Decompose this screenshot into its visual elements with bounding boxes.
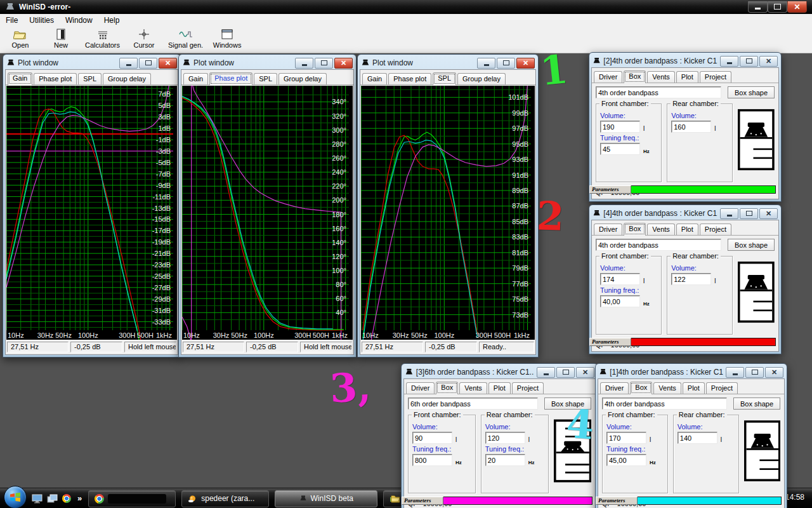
tab-driver[interactable]: Driver [406,382,435,394]
box-shape-button[interactable]: Box shape [733,398,780,410]
restore-button[interactable] [315,58,333,69]
plot-window-titlebar[interactable]: Plot window ✕ [360,57,536,69]
phase-plot-canvas[interactable]: 340°320°300°280°260°240°220°200°180°160°… [182,86,353,340]
minimize-button[interactable] [119,58,138,69]
plot-window-titlebar[interactable]: Plot window ✕ [181,57,354,69]
box-type-field[interactable] [602,398,727,410]
tab-box[interactable]: Box [436,382,458,394]
parameters-tab[interactable]: Parameters [402,497,443,505]
tab-driver[interactable]: Driver [594,224,622,235]
tab-box[interactable]: Box [624,223,646,236]
restore-button[interactable] [139,58,157,69]
front-tuning-input[interactable] [606,454,646,466]
menu-window[interactable]: Window [60,15,98,26]
close-button[interactable]: ✕ [759,208,778,219]
restore-button[interactable] [740,56,758,67]
front-volume-input[interactable] [600,121,640,133]
taskbar-button-spedeer[interactable]: spedeer (zara... [181,490,269,507]
tab-group-delay[interactable]: Group delay [457,73,506,84]
front-volume-input[interactable] [600,273,640,285]
close-button[interactable]: ✕ [334,58,353,69]
taskbar-clock[interactable]: 14:58 [785,493,804,502]
tab-group-delay[interactable]: Group delay [278,73,327,84]
plot-window-titlebar[interactable]: Plot window ✕ [5,57,178,69]
taskbar-button-winisd[interactable]: WinISD beta [275,490,377,507]
tab-project[interactable]: Project [706,382,738,394]
tab-group-delay[interactable]: Group delay [103,73,151,84]
parameters-tab[interactable]: Parameters [589,338,631,346]
tab-gain[interactable]: Gain [8,72,32,85]
tab-plot[interactable]: Plot [488,382,511,394]
parameters-tab[interactable]: Parameters [596,497,638,505]
param-window-titlebar[interactable]: [2]4th order bandpass : Kicker C1... ✕ [591,55,779,67]
box-type-field[interactable] [596,86,721,98]
parameters-tab[interactable]: Parameters [589,185,631,194]
minimize-button[interactable] [295,58,313,69]
restore-button[interactable] [768,1,787,13]
restore-button[interactable] [740,208,758,219]
param-window-titlebar[interactable]: [4]4th order bandpass : Kicker C1... ✕ [591,207,779,220]
front-tuning-input[interactable] [600,295,640,307]
tab-phase-plot[interactable]: Phase plot [209,72,252,85]
minimize-button[interactable] [726,367,744,378]
close-button[interactable]: ✕ [576,367,594,378]
param-window-titlebar[interactable]: [3]6th order bandpass : Kicker C1... ✕ [403,366,596,378]
box-shape-button[interactable]: Box shape [728,86,775,98]
tab-phase-plot[interactable]: Phase plot [34,73,77,84]
tab-spl[interactable]: SPL [433,72,456,85]
main-titlebar[interactable]: WinISD -error- ✕ [0,0,812,14]
gain-plot-canvas[interactable]: 7dB5dB3dB1dB-1dB-3dB-5dB-7dB-9dB-11dB-13… [6,86,177,340]
toolbar-chevron[interactable]: » [77,493,82,503]
tab-spl[interactable]: SPL [254,73,277,84]
tab-spl[interactable]: SPL [78,73,102,84]
spl-plot-canvas[interactable]: 101dB99dB97dB95dB93dB91dB89dB87dB85dB83d… [361,86,535,340]
restore-button[interactable] [745,367,764,378]
cursor-button[interactable]: Cursor [124,27,164,50]
box-type-field[interactable] [408,398,538,410]
box-type-field[interactable] [596,239,721,251]
rear-volume-input[interactable] [678,432,717,444]
front-volume-input[interactable] [606,432,646,444]
windows-button[interactable]: Windows [207,27,247,50]
calculators-button[interactable]: Calculators [81,27,124,50]
tab-vents[interactable]: Vents [647,224,675,235]
taskbar-button-browser[interactable] [88,490,176,507]
box-shape-button[interactable]: Box shape [544,398,591,410]
tab-driver[interactable]: Driver [594,71,622,83]
new-button[interactable]: New [41,27,81,50]
minimize-button[interactable] [720,56,738,67]
tab-box[interactable]: Box [630,382,652,394]
tab-plot[interactable]: Plot [683,382,705,394]
tab-plot[interactable]: Plot [676,224,698,235]
close-button[interactable]: ✕ [759,56,778,67]
rear-volume-input[interactable] [671,121,711,133]
tab-vents[interactable]: Vents [647,71,675,83]
minimize-button[interactable] [477,58,495,69]
menu-help[interactable]: Help [98,15,126,26]
tab-phase-plot[interactable]: Phase plot [388,73,431,84]
minimize-button[interactable] [720,208,738,219]
open-button[interactable]: Open [0,27,41,50]
tab-project[interactable]: Project [700,224,731,235]
close-button[interactable]: ✕ [787,1,807,13]
tab-project[interactable]: Project [512,382,544,394]
tab-gain[interactable]: Gain [362,73,387,84]
close-button[interactable]: ✕ [159,58,177,69]
tab-gain[interactable]: Gain [183,73,208,84]
tab-box[interactable]: Box [624,70,646,83]
tab-project[interactable]: Project [700,71,731,83]
rear-tuning-input[interactable] [485,454,525,466]
rear-volume-input[interactable] [671,273,711,285]
close-button[interactable]: ✕ [765,367,783,378]
box-shape-button[interactable]: Box shape [728,239,775,251]
rear-volume-input[interactable] [485,432,525,444]
signal-gen-button[interactable]: Signal gen. [164,27,207,50]
param-window-titlebar[interactable]: [1]4th order bandpass : Kicker C1... ✕ [598,366,785,378]
front-volume-input[interactable] [412,432,452,444]
tab-plot[interactable]: Plot [676,71,698,83]
restore-button[interactable] [497,58,515,69]
front-tuning-input[interactable] [600,143,640,155]
front-tuning-input[interactable] [412,454,452,466]
show-desktop-icon[interactable] [32,494,43,504]
menu-utilities[interactable]: Utilities [23,15,60,26]
